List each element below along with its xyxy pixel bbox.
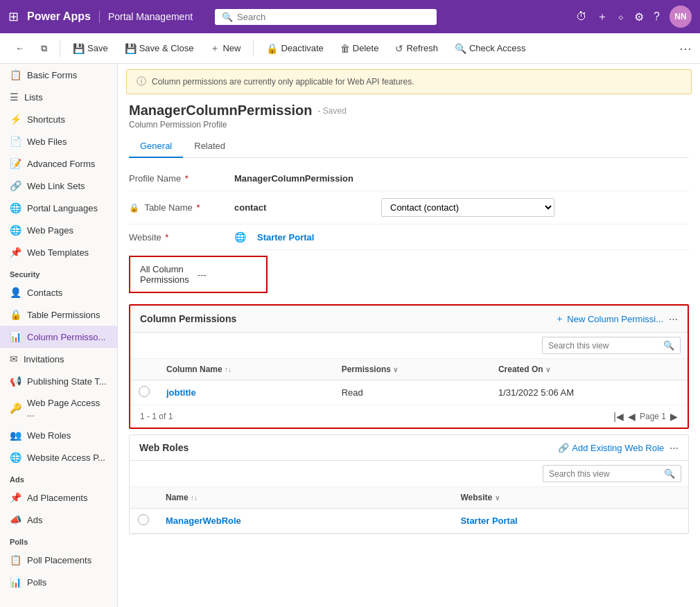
search-icon-webroles: 🔍 xyxy=(664,468,675,479)
table-name-dropdown[interactable]: Contact (contact) xyxy=(381,198,554,217)
website-label: Website * xyxy=(129,232,226,243)
sidebar-item-label: Web Link Sets xyxy=(27,181,85,191)
table-name-label: 🔒 Table Name * xyxy=(129,202,226,213)
toolbar-more-button[interactable]: ⋯ xyxy=(679,41,692,56)
wr-col-header-name[interactable]: Name ↑↓ xyxy=(157,487,452,509)
col-header-created-on[interactable]: Created On ∨ xyxy=(490,359,688,380)
column-permissions-search-box[interactable]: 🔍 xyxy=(542,337,681,354)
sidebar-item-advanced-forms[interactable]: 📝 Advanced Forms xyxy=(0,152,117,175)
sidebar-item-label: Polls xyxy=(27,577,46,588)
prev-page-button[interactable]: ◀ xyxy=(628,411,636,422)
separator-1 xyxy=(60,40,60,57)
row-permissions: Read xyxy=(333,380,490,405)
sidebar-item-polls[interactable]: 📊 Polls xyxy=(0,571,117,593)
sidebar-item-label: Web Templates xyxy=(27,247,89,258)
wr-row-name[interactable]: ManagerWebRole xyxy=(157,509,452,534)
save-icon: 💾 xyxy=(73,43,85,54)
sidebar-item-contacts[interactable]: 👤 Contacts xyxy=(0,281,117,304)
record-name: ManagerColumnPermission xyxy=(129,103,313,118)
column-permissions-search-input[interactable] xyxy=(548,341,659,351)
sidebar-item-website-access[interactable]: 🌐 Website Access P... xyxy=(0,446,117,468)
web-roles-search-bar: 🔍 xyxy=(130,461,688,487)
column-permissions-more-icon[interactable]: ⋯ xyxy=(669,314,678,324)
column-permissions-search-bar: 🔍 xyxy=(130,333,688,359)
avatar[interactable]: NN xyxy=(670,6,692,28)
delete-icon: 🗑 xyxy=(340,43,350,54)
column-permissions-title: Column Permissions xyxy=(140,313,236,324)
web-roles-more-icon[interactable]: ⋯ xyxy=(670,443,679,453)
separator-2 xyxy=(253,40,254,57)
sidebar-item-web-roles[interactable]: 👥 Web Roles xyxy=(0,424,117,446)
table-name-value: contact xyxy=(234,202,373,213)
global-search-bar[interactable]: 🔍 xyxy=(215,9,437,25)
sidebar-item-poll-placements[interactable]: 📋 Poll Placements xyxy=(0,549,117,571)
website-access-icon: 🌐 xyxy=(10,452,21,463)
web-roles-icon: 👥 xyxy=(10,430,21,441)
wr-col-header-website[interactable]: Website ∨ xyxy=(452,487,688,509)
sidebar-item-label: Advanced Forms xyxy=(27,159,95,169)
sidebar-item-web-pages[interactable]: 🌐 Web Pages xyxy=(0,219,117,241)
new-button[interactable]: ＋ New xyxy=(203,39,247,58)
save-button[interactable]: 💾 Save xyxy=(66,40,115,57)
deactivate-button[interactable]: 🔒 Deactivate xyxy=(259,40,330,57)
sidebar-item-ads[interactable]: 📣 Ads xyxy=(0,509,117,531)
web-roles-search-input[interactable] xyxy=(549,469,660,479)
add-existing-web-role-button[interactable]: 🔗 Add Existing Web Role xyxy=(558,443,664,453)
ads-icon: 📣 xyxy=(10,514,21,525)
grid-icon[interactable]: ⊞ xyxy=(8,9,19,24)
sidebar-item-shortcuts[interactable]: ⚡ Shortcuts xyxy=(0,108,117,130)
sidebar-item-table-permissions[interactable]: 🔒 Table Permissions xyxy=(0,304,117,326)
website-link[interactable]: Starter Portal xyxy=(257,232,314,243)
info-banner: ⓘ Column permissions are currently only … xyxy=(126,69,692,94)
portal-languages-icon: 🌐 xyxy=(10,202,21,213)
web-roles-search-box[interactable]: 🔍 xyxy=(543,465,681,482)
filter-icon: ∨ xyxy=(393,366,398,373)
new-window-button[interactable]: ⧉ xyxy=(34,40,54,57)
sidebar-item-portal-languages[interactable]: 🌐 Portal Languages xyxy=(0,197,117,219)
clock-icon[interactable]: ⏱ xyxy=(576,10,587,23)
next-page-button[interactable]: ▶ xyxy=(670,411,678,422)
record-subtitle: Column Permission Profile xyxy=(129,120,689,130)
back-button[interactable]: ← xyxy=(8,40,31,56)
website-row: Website * 🌐 Starter Portal xyxy=(129,225,689,250)
sidebar-item-publishing-state[interactable]: 📢 Publishing State T... xyxy=(0,370,117,392)
add-existing-icon: 🔗 xyxy=(558,443,569,453)
sidebar-item-basic-forms[interactable]: 📋 Basic Forms xyxy=(0,64,117,86)
global-search-input[interactable] xyxy=(237,12,430,22)
row-checkbox[interactable] xyxy=(130,380,158,405)
all-col-perm-value: --- xyxy=(198,270,207,280)
column-permissions-icon: 📊 xyxy=(10,331,21,342)
col-header-permissions[interactable]: Permissions ∨ xyxy=(333,359,490,380)
plus-icon[interactable]: ＋ xyxy=(597,10,608,24)
refresh-button[interactable]: ↺ Refresh xyxy=(388,40,445,57)
sidebar-item-web-templates[interactable]: 📌 Web Templates xyxy=(0,241,117,263)
col-header-column-name[interactable]: Column Name ↑↓ xyxy=(158,359,333,380)
help-icon[interactable]: ? xyxy=(654,10,660,23)
sidebar-item-label: Basic Forms xyxy=(27,70,77,80)
tab-general[interactable]: General xyxy=(129,135,183,158)
filter-icon[interactable]: ⬦ xyxy=(618,10,624,23)
sidebar-item-lists[interactable]: ☰ Lists xyxy=(0,86,117,108)
invitations-icon: ✉ xyxy=(10,353,18,364)
sidebar-item-invitations[interactable]: ✉ Invitations xyxy=(0,348,117,370)
sidebar-item-web-page-access[interactable]: 🔑 Web Page Access ... xyxy=(0,392,117,424)
sidebar-item-web-files[interactable]: 📄 Web Files xyxy=(0,130,117,152)
delete-button[interactable]: 🗑 Delete xyxy=(333,40,386,57)
new-window-icon: ⧉ xyxy=(41,43,47,54)
new-column-permission-button[interactable]: ＋ New Column Permissi... xyxy=(555,313,663,325)
row-column-name[interactable]: jobtitle xyxy=(158,380,333,405)
record-tabs: General Related xyxy=(129,135,689,158)
save-close-button[interactable]: 💾 Save & Close xyxy=(118,40,201,57)
check-access-button[interactable]: 🔍 Check Access xyxy=(448,40,533,57)
settings-icon[interactable]: ⚙ xyxy=(634,10,644,24)
tab-related[interactable]: Related xyxy=(183,135,236,158)
wr-row-checkbox[interactable] xyxy=(130,509,157,534)
sidebar-item-ad-placements[interactable]: 📌 Ad Placements xyxy=(0,486,117,509)
sidebar-item-column-permissions[interactable]: 📊 Column Permisso... xyxy=(0,326,117,348)
pagination-controls: |◀ ◀ Page 1 ▶ xyxy=(613,411,678,422)
form-body: Profile Name * ManagerColumnPermission 🔒… xyxy=(118,158,700,548)
sidebar-item-web-link-sets[interactable]: 🔗 Web Link Sets xyxy=(0,175,117,197)
wr-row-website[interactable]: Starter Portal xyxy=(452,509,688,534)
wr-filter-icon: ∨ xyxy=(495,494,500,502)
first-page-button[interactable]: |◀ xyxy=(613,411,624,422)
